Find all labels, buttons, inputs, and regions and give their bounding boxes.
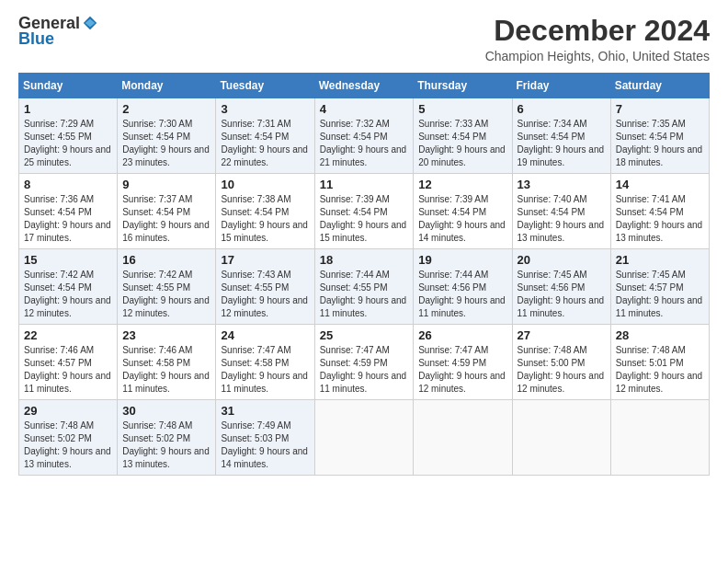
day-info: Sunrise: 7:48 AMSunset: 5:00 PMDaylight:… [518, 344, 606, 396]
day-number: 8 [24, 178, 112, 191]
day-number: 12 [418, 178, 506, 191]
calendar-cell: 21Sunrise: 7:45 AMSunset: 4:57 PMDayligh… [610, 249, 709, 325]
calendar-cell: 7Sunrise: 7:35 AMSunset: 4:54 PMDaylight… [610, 98, 709, 174]
calendar-cell: 28Sunrise: 7:48 AMSunset: 5:01 PMDayligh… [610, 325, 709, 400]
day-info: Sunrise: 7:36 AMSunset: 4:54 PMDaylight:… [24, 193, 112, 245]
col-header-saturday: Saturday [610, 74, 709, 98]
calendar-cell: 18Sunrise: 7:44 AMSunset: 4:55 PMDayligh… [314, 249, 414, 325]
day-number: 11 [320, 178, 409, 191]
calendar-cell: 2Sunrise: 7:30 AMSunset: 4:54 PMDaylight… [118, 98, 216, 174]
calendar-cell: 11Sunrise: 7:39 AMSunset: 4:54 PMDayligh… [314, 174, 414, 249]
calendar-cell: 22Sunrise: 7:46 AMSunset: 4:57 PMDayligh… [19, 325, 118, 400]
calendar-cell [610, 400, 709, 476]
day-info: Sunrise: 7:29 AMSunset: 4:55 PMDaylight:… [24, 118, 112, 169]
calendar-week-row: 8Sunrise: 7:36 AMSunset: 4:54 PMDaylight… [19, 174, 710, 249]
day-info: Sunrise: 7:33 AMSunset: 4:54 PMDaylight:… [418, 118, 506, 169]
day-number: 16 [122, 253, 210, 267]
calendar-cell: 19Sunrise: 7:44 AMSunset: 4:56 PMDayligh… [414, 249, 512, 325]
day-info: Sunrise: 7:30 AMSunset: 4:54 PMDaylight:… [122, 118, 210, 169]
calendar-cell: 6Sunrise: 7:34 AMSunset: 4:54 PMDaylight… [512, 98, 610, 174]
calendar-cell: 5Sunrise: 7:33 AMSunset: 4:54 PMDaylight… [414, 98, 512, 174]
day-number: 17 [221, 253, 309, 267]
day-info: Sunrise: 7:37 AMSunset: 4:54 PMDaylight:… [122, 193, 210, 245]
calendar-cell: 8Sunrise: 7:36 AMSunset: 4:54 PMDaylight… [19, 174, 118, 249]
day-number: 26 [418, 328, 506, 342]
day-info: Sunrise: 7:48 AMSunset: 5:02 PMDaylight:… [24, 419, 112, 471]
col-header-sunday: Sunday [19, 74, 118, 98]
calendar-cell: 10Sunrise: 7:38 AMSunset: 4:54 PMDayligh… [216, 174, 314, 249]
day-info: Sunrise: 7:39 AMSunset: 4:54 PMDaylight:… [320, 193, 409, 245]
calendar-cell: 30Sunrise: 7:48 AMSunset: 5:02 PMDayligh… [118, 400, 216, 476]
day-number: 20 [518, 253, 606, 267]
calendar-cell: 4Sunrise: 7:32 AMSunset: 4:54 PMDaylight… [314, 98, 414, 174]
calendar-cell [512, 400, 610, 476]
calendar-week-row: 1Sunrise: 7:29 AMSunset: 4:55 PMDaylight… [19, 98, 710, 174]
calendar-cell: 3Sunrise: 7:31 AMSunset: 4:54 PMDaylight… [216, 98, 314, 174]
day-info: Sunrise: 7:42 AMSunset: 4:55 PMDaylight:… [122, 269, 210, 320]
calendar-cell: 13Sunrise: 7:40 AMSunset: 4:54 PMDayligh… [512, 174, 610, 249]
calendar-week-row: 15Sunrise: 7:42 AMSunset: 4:54 PMDayligh… [19, 249, 710, 325]
day-info: Sunrise: 7:48 AMSunset: 5:01 PMDaylight:… [616, 344, 704, 396]
logo-icon [82, 15, 98, 31]
calendar-table: SundayMondayTuesdayWednesdayThursdayFrid… [18, 73, 710, 476]
day-number: 30 [122, 404, 210, 418]
col-header-thursday: Thursday [414, 74, 512, 98]
day-info: Sunrise: 7:35 AMSunset: 4:54 PMDaylight:… [616, 118, 704, 169]
page-header: General Blue December 2024 Champion Heig… [18, 15, 710, 63]
col-header-friday: Friday [512, 74, 610, 98]
day-number: 7 [616, 102, 704, 116]
day-info: Sunrise: 7:32 AMSunset: 4:54 PMDaylight:… [320, 118, 409, 169]
day-info: Sunrise: 7:42 AMSunset: 4:54 PMDaylight:… [24, 269, 112, 320]
calendar-cell: 12Sunrise: 7:39 AMSunset: 4:54 PMDayligh… [414, 174, 512, 249]
calendar-cell: 9Sunrise: 7:37 AMSunset: 4:54 PMDaylight… [118, 174, 216, 249]
calendar-cell: 29Sunrise: 7:48 AMSunset: 5:02 PMDayligh… [19, 400, 118, 476]
day-number: 3 [221, 102, 309, 116]
calendar-cell: 26Sunrise: 7:47 AMSunset: 4:59 PMDayligh… [414, 325, 512, 400]
calendar-cell: 1Sunrise: 7:29 AMSunset: 4:55 PMDaylight… [19, 98, 118, 174]
day-info: Sunrise: 7:47 AMSunset: 4:59 PMDaylight:… [320, 344, 409, 396]
calendar-cell: 20Sunrise: 7:45 AMSunset: 4:56 PMDayligh… [512, 249, 610, 325]
day-info: Sunrise: 7:40 AMSunset: 4:54 PMDaylight:… [518, 193, 606, 245]
day-number: 1 [24, 102, 112, 116]
calendar-cell: 16Sunrise: 7:42 AMSunset: 4:55 PMDayligh… [118, 249, 216, 325]
calendar-week-row: 29Sunrise: 7:48 AMSunset: 5:02 PMDayligh… [19, 400, 710, 476]
day-number: 21 [616, 253, 704, 267]
day-number: 28 [616, 328, 704, 342]
day-number: 6 [518, 102, 606, 116]
day-number: 23 [122, 328, 210, 342]
day-number: 4 [320, 102, 409, 116]
day-info: Sunrise: 7:49 AMSunset: 5:03 PMDaylight:… [221, 419, 309, 471]
day-number: 25 [320, 328, 409, 342]
calendar-cell: 23Sunrise: 7:46 AMSunset: 4:58 PMDayligh… [118, 325, 216, 400]
calendar-header-row: SundayMondayTuesdayWednesdayThursdayFrid… [19, 74, 710, 98]
day-info: Sunrise: 7:31 AMSunset: 4:54 PMDaylight:… [221, 118, 309, 169]
day-number: 15 [24, 253, 112, 267]
day-number: 27 [518, 328, 606, 342]
day-number: 22 [24, 328, 112, 342]
day-info: Sunrise: 7:44 AMSunset: 4:56 PMDaylight:… [418, 269, 506, 320]
calendar-cell: 27Sunrise: 7:48 AMSunset: 5:00 PMDayligh… [512, 325, 610, 400]
day-number: 31 [221, 404, 309, 418]
calendar-cell: 14Sunrise: 7:41 AMSunset: 4:54 PMDayligh… [610, 174, 709, 249]
calendar-cell: 24Sunrise: 7:47 AMSunset: 4:58 PMDayligh… [216, 325, 314, 400]
day-info: Sunrise: 7:38 AMSunset: 4:54 PMDaylight:… [221, 193, 309, 245]
col-header-wednesday: Wednesday [314, 74, 414, 98]
day-info: Sunrise: 7:46 AMSunset: 4:58 PMDaylight:… [122, 344, 210, 396]
day-info: Sunrise: 7:43 AMSunset: 4:55 PMDaylight:… [221, 269, 309, 320]
title-block: December 2024 Champion Heights, Ohio, Un… [485, 15, 710, 63]
day-number: 13 [518, 178, 606, 191]
col-header-monday: Monday [118, 74, 216, 98]
day-number: 24 [221, 328, 309, 342]
calendar-week-row: 22Sunrise: 7:46 AMSunset: 4:57 PMDayligh… [19, 325, 710, 400]
calendar-cell [414, 400, 512, 476]
logo-blue-text: Blue [18, 29, 54, 49]
location: Champion Heights, Ohio, United States [485, 49, 710, 63]
day-info: Sunrise: 7:41 AMSunset: 4:54 PMDaylight:… [616, 193, 704, 245]
day-number: 14 [616, 178, 704, 191]
day-number: 10 [221, 178, 309, 191]
month-title: December 2024 [485, 15, 710, 47]
day-number: 9 [122, 178, 210, 191]
calendar-cell: 31Sunrise: 7:49 AMSunset: 5:03 PMDayligh… [216, 400, 314, 476]
day-number: 2 [122, 102, 210, 116]
day-info: Sunrise: 7:47 AMSunset: 4:59 PMDaylight:… [418, 344, 506, 396]
